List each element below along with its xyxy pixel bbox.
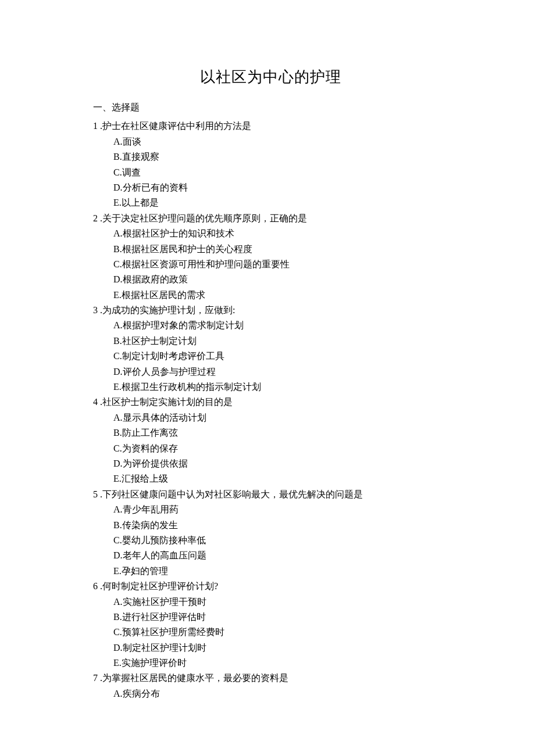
question-text: 1 .护士在社区健康评估中利用的方法是: [93, 119, 448, 134]
option: C.制定计划时考虑评价工具: [93, 349, 448, 364]
question-separator: .: [98, 581, 102, 591]
option: A.面谈: [93, 134, 448, 149]
question-block: 4 .社区护士制定实施计划的目的是A.显示具体的活动计划B.防止工作离弦C.为资…: [93, 395, 448, 486]
question-separator: .: [98, 213, 102, 223]
question-block: 1 .护士在社区健康评估中利用的方法是A.面谈B.直接观察C.调查D.分析已有的…: [93, 119, 448, 210]
question-number: 3: [93, 303, 98, 318]
option: B.防止工作离弦: [93, 425, 448, 440]
question-separator: .: [98, 397, 102, 407]
option: A.根据社区护士的知识和技术: [93, 226, 448, 241]
question-number: 6: [93, 579, 98, 594]
question-stem: 社区护士制定实施计划的目的是: [102, 397, 233, 407]
question-stem: 为掌握社区居民的健康水平，最必要的资料是: [102, 673, 288, 683]
option: B.进行社区护理评估时: [93, 610, 448, 625]
question-separator: .: [98, 305, 102, 315]
question-number: 4: [93, 395, 98, 410]
question-stem: 为成功的实施护理计划，应做到:: [102, 305, 235, 315]
question-text: 4 .社区护士制定实施计划的目的是: [93, 395, 448, 410]
option: D.老年人的高血压问题: [93, 548, 448, 563]
option: A.疾病分布: [93, 686, 448, 701]
question-separator: .: [98, 121, 102, 131]
option: A.青少年乱用药: [93, 502, 448, 517]
option: D.分析已有的资料: [93, 180, 448, 195]
question-number: 1: [93, 119, 98, 134]
question-block: 6 .何时制定社区护理评价计划?A.实施社区护理干预时B.进行社区护理评估时C.…: [93, 579, 448, 671]
option: C.调查: [93, 165, 448, 180]
question-number: 2: [93, 211, 98, 226]
page-title: 以社区为中心的护理: [93, 67, 448, 87]
option: E.实施护理评价时: [93, 655, 448, 671]
question-separator: .: [98, 489, 102, 499]
question-separator: .: [98, 673, 102, 683]
option: D.评价人员参与护理过程: [93, 364, 448, 379]
option: A.显示具体的活动计划: [93, 410, 448, 425]
option: B.直接观察: [93, 149, 448, 164]
question-text: 7 .为掌握社区居民的健康水平，最必要的资料是: [93, 671, 448, 686]
question-number: 7: [93, 671, 98, 686]
option: E.孕妇的管理: [93, 564, 448, 579]
option: A.实施社区护理干预时: [93, 594, 448, 610]
option: E.根据社区居民的需求: [93, 288, 448, 303]
question-text: 2 .关于决定社区护理问题的优先顺序原则，正确的是: [93, 211, 448, 226]
section-header: 一、选择题: [93, 100, 448, 115]
question-stem: 何时制定社区护理评价计划?: [102, 581, 218, 591]
question-stem: 护士在社区健康评估中利用的方法是: [102, 121, 251, 131]
question-block: 2 .关于决定社区护理问题的优先顺序原则，正确的是A.根据社区护士的知识和技术B…: [93, 211, 448, 303]
question-text: 6 .何时制定社区护理评价计划?: [93, 579, 448, 594]
question-block: 5 .下列社区健康问题中认为对社区影响最大，最优先解决的问题是A.青少年乱用药B…: [93, 487, 448, 579]
option: D.根据政府的政策: [93, 272, 448, 287]
question-stem: 下列社区健康问题中认为对社区影响最大，最优先解决的问题是: [102, 489, 363, 499]
option: E.汇报给上级: [93, 471, 448, 486]
question-number: 5: [93, 487, 98, 502]
question-block: 7 .为掌握社区居民的健康水平，最必要的资料是A.疾病分布: [93, 671, 448, 701]
option: C.预算社区护理所需经费时: [93, 625, 448, 640]
option: A.根据护理对象的需求制定计划: [93, 318, 448, 333]
question-text: 3 .为成功的实施护理计划，应做到:: [93, 303, 448, 318]
option: D.制定社区护理计划时: [93, 640, 448, 655]
option: B.社区护士制定计划: [93, 334, 448, 349]
question-text: 5 .下列社区健康问题中认为对社区影响最大，最优先解决的问题是: [93, 487, 448, 502]
option: C.婴幼儿预防接种率低: [93, 533, 448, 548]
option: C.为资料的保存: [93, 441, 448, 456]
questions-container: 1 .护士在社区健康评估中利用的方法是A.面谈B.直接观察C.调查D.分析已有的…: [93, 119, 448, 701]
question-block: 3 .为成功的实施护理计划，应做到:A.根据护理对象的需求制定计划B.社区护士制…: [93, 303, 448, 395]
option: C.根据社区资源可用性和护理问题的重要性: [93, 257, 448, 272]
option: E.根据卫生行政机构的指示制定计划: [93, 379, 448, 395]
option: D.为评价提供依据: [93, 456, 448, 471]
option: B.传染病的发生: [93, 518, 448, 533]
option: B.根据社区居民和护士的关心程度: [93, 242, 448, 257]
option: E.以上都是: [93, 195, 448, 210]
question-stem: 关于决定社区护理问题的优先顺序原则，正确的是: [102, 213, 307, 223]
